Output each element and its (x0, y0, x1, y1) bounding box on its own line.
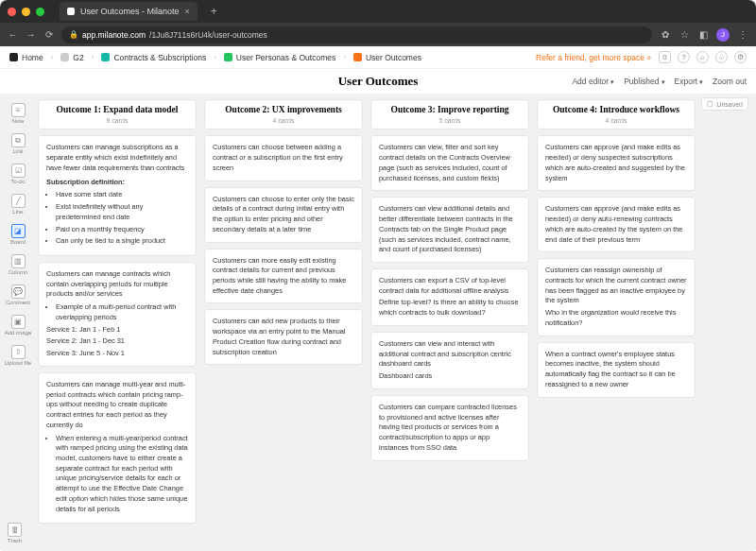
page-title: User Outcomes (338, 74, 419, 89)
help-icon[interactable]: ? (678, 51, 690, 63)
badge-count: 0 (662, 53, 666, 61)
browser-toolbar: ← → ⟳ 🔒 app.milanote.com/1Ju8J711s6rU4k/… (0, 23, 756, 46)
tool-column[interactable]: ▥Column (4, 250, 32, 279)
column[interactable]: Outcome 4: Introduce workflows4 cardsCus… (537, 99, 696, 551)
column-header[interactable]: Outcome 4: Introduce workflows4 cards (537, 99, 696, 129)
bullet: Can only be tied to a single product (56, 236, 188, 247)
zoom-out-button[interactable]: Zoom out (713, 77, 747, 86)
card[interactable]: When a contract owner's employee status … (537, 342, 696, 398)
card[interactable]: Customers can reassign ownership of cont… (537, 258, 696, 336)
tool-line[interactable]: ╱Line (4, 190, 32, 218)
tool-upload[interactable]: ⇧Upload file (4, 341, 32, 370)
trash-button[interactable]: 🗑 Trash (8, 523, 22, 543)
card[interactable]: Customers can approve (and make edits as… (537, 197, 696, 252)
tool-label: Upload file (5, 360, 31, 366)
breadcrumb-item[interactable]: User Personas & Outcomes (224, 53, 335, 62)
search-icon[interactable]: ⌕ (696, 51, 709, 63)
card[interactable]: Customers can more easily edit existing … (204, 249, 363, 304)
comment-icon: 💬 (11, 284, 26, 299)
board-icon (60, 53, 69, 61)
card-text: Customers can manage subscriptions as a … (46, 143, 188, 173)
column-header[interactable]: Outcome 3: Improve reporting5 cards (370, 99, 529, 129)
card[interactable]: Customers can choose between adding a co… (204, 135, 363, 181)
tool-label: Add image (5, 330, 32, 336)
url-path: /1Ju8J711s6rU4k/user-outcomes (149, 30, 267, 40)
card-bullets: Have some start dateExist indefinitely w… (46, 190, 188, 247)
window-maximize-button[interactable] (36, 8, 44, 16)
settings-icon[interactable]: ⚙ (734, 51, 747, 63)
card-text: Customers can manage multi-year and mult… (46, 380, 188, 431)
card-text: Customers can more easily edit existing … (213, 256, 354, 297)
card[interactable]: Customers can compare contracted license… (370, 395, 529, 461)
card[interactable]: Customers can view, filter and sort key … (370, 135, 529, 191)
browser-tab[interactable]: User Outcomes - Milanote × (60, 2, 198, 21)
card-count: 4 cards (212, 117, 355, 124)
breadcrumb-home[interactable]: Home (9, 53, 43, 62)
forward-button[interactable]: → (26, 29, 36, 40)
refer-friend-link[interactable]: Refer a friend, get more space » (536, 53, 651, 62)
column[interactable]: Outcome 1: Expand data model9 cardsCusto… (38, 99, 197, 551)
column-header[interactable]: Outcome 2: UX improvements4 cards (204, 99, 363, 129)
export-dropdown[interactable]: Export▾ (675, 77, 704, 86)
tool-note[interactable]: ≡Note (4, 99, 32, 128)
board-icon (224, 53, 232, 61)
card-text: Customers can view and interact with add… (379, 339, 521, 370)
column-icon: ▥ (11, 254, 26, 268)
card[interactable]: Customers can add new products to their … (204, 309, 363, 365)
card[interactable]: Customers can manage contracts which con… (38, 262, 197, 367)
card[interactable]: Customers can manage multi-year and mult… (38, 372, 197, 525)
breadcrumb-item[interactable]: User Outcomes (353, 53, 421, 62)
column-header[interactable]: Outcome 1: Expand data model9 cards (38, 99, 197, 129)
label: Published (624, 77, 659, 86)
window-close-button[interactable] (8, 8, 16, 16)
canvas[interactable]: ≡Note ⧉Link ☑To-do ╱Line ◪Board ▥Column … (0, 94, 756, 551)
card-bullets: Example of a multi-period contract with … (46, 302, 188, 322)
add-editor-button[interactable]: Add editor▾ (572, 77, 614, 86)
todo-icon: ☑ (11, 164, 26, 178)
tool-label: Note (12, 118, 25, 124)
column-title: Outcome 3: Improve reporting (378, 105, 522, 115)
reload-button[interactable]: ⟳ (43, 29, 54, 40)
card-text: Customers can view, filter and sort key … (379, 143, 521, 183)
tool-board[interactable]: ◪Board (4, 220, 32, 249)
column[interactable]: Outcome 2: UX improvements4 cardsCustome… (204, 99, 363, 551)
url-host: app.milanote.com (82, 30, 146, 40)
tool-label: To-do (10, 179, 25, 184)
published-dropdown[interactable]: Published▾ (624, 77, 664, 86)
back-button[interactable]: ← (8, 29, 18, 40)
card-line: Dashboard cards (379, 371, 521, 382)
profile-avatar[interactable]: J (716, 28, 730, 42)
address-bar[interactable]: 🔒 app.milanote.com/1Ju8J711s6rU4k/user-o… (61, 26, 652, 43)
bell-icon[interactable]: ♤ (715, 51, 728, 63)
card-bullets: When entering a multi-year/period contra… (46, 434, 188, 515)
bullet: Exist indefinitely without any predeterm… (56, 202, 188, 222)
chevron-right-icon: › (214, 53, 216, 61)
card[interactable]: Customers can choose to enter only the b… (204, 187, 363, 243)
card-line: Define top-level? Is there an ability to… (379, 298, 521, 318)
breadcrumb-item[interactable]: G2 (60, 53, 83, 62)
tool-comment[interactable]: 💬Comment (4, 281, 32, 309)
card-text: Customers can choose to enter only the b… (213, 195, 354, 235)
card[interactable]: Customers can manage subscriptions as a … (38, 135, 197, 256)
card[interactable]: Customers can export a CSV of top-level … (370, 268, 529, 326)
extension-icon[interactable]: ◧ (697, 29, 709, 41)
card-count: 4 cards (544, 117, 688, 124)
tool-todo[interactable]: ☑To-do (4, 160, 32, 188)
tool-link[interactable]: ⧉Link (4, 129, 32, 158)
column[interactable]: Outcome 3: Improve reporting5 cardsCusto… (370, 99, 529, 551)
card[interactable]: Customers can view and interact with add… (370, 332, 529, 389)
column-title: Outcome 4: Introduce workflows (544, 105, 688, 115)
extensions-icon[interactable]: ✿ (660, 29, 671, 41)
new-tab-button[interactable]: + (211, 5, 217, 18)
unsaved-indicator[interactable]: ▢Unsaved (701, 97, 748, 111)
tool-add-image[interactable]: ▣Add image (4, 311, 32, 339)
notifications-icon[interactable]: 0 (659, 51, 671, 63)
bookmark-icon[interactable]: ☆ (679, 29, 690, 41)
label: Add editor (572, 77, 609, 86)
window-minimize-button[interactable] (22, 8, 30, 16)
close-tab-icon[interactable]: × (185, 7, 190, 16)
card[interactable]: Customers can approve (and make edits as… (537, 135, 696, 191)
breadcrumb-item[interactable]: Contracts & Subscriptions (101, 53, 206, 62)
menu-icon[interactable]: ⋮ (737, 29, 748, 41)
card[interactable]: Customers can view additional details an… (370, 197, 529, 263)
